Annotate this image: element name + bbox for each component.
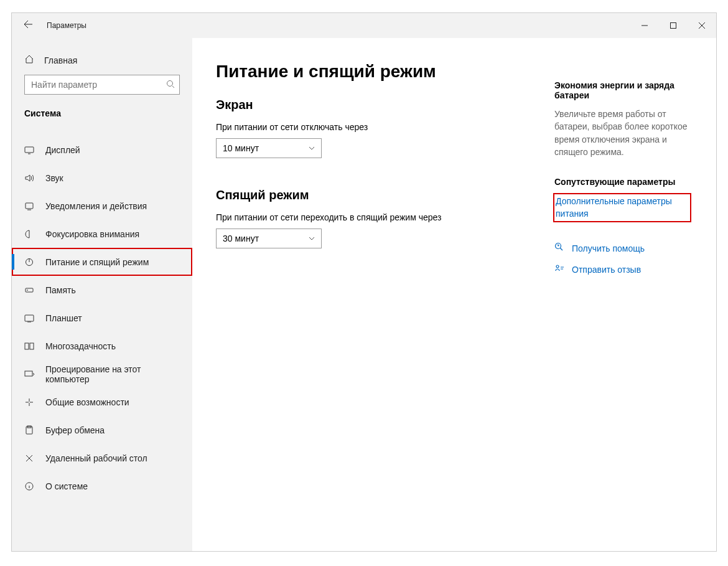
sleep-heading: Спящий режим [216,188,539,202]
svg-point-1 [167,81,173,87]
multitasking-icon [24,341,34,351]
sidebar-item-about[interactable]: О системе [12,472,192,500]
search-icon [166,80,175,91]
sleep-select[interactable]: 30 минут [216,229,322,248]
screen-heading: Экран [216,98,539,112]
energy-heading: Экономия энергии и заряда батареи [554,80,690,100]
window-title: Параметры [47,21,86,30]
minimize-button[interactable] [630,13,659,38]
feedback-icon [554,263,564,276]
sidebar-item-focus[interactable]: Фокусировка внимания [12,220,192,248]
screen-off-value: 10 минут [223,143,259,153]
sidebar-section-title: Система [12,103,192,121]
sidebar-item-display[interactable]: Дисплей [12,136,192,164]
settings-window: Параметры Главная Система [11,12,717,552]
sidebar-item-sound[interactable]: Звук [12,164,192,192]
svg-point-15 [556,265,559,268]
svg-point-6 [27,290,28,290]
sidebar-item-label: Удаленный рабочий стол [45,453,147,463]
titlebar: Параметры [12,13,716,38]
sidebar-item-label: Питание и спящий режим [45,257,149,267]
feedback-link[interactable]: Отправить отзыв [572,264,641,276]
svg-rect-2 [25,147,34,153]
sidebar-item-notifications[interactable]: Уведомления и действия [12,192,192,220]
screen-off-label: При питании от сети отключать через [216,122,539,132]
clipboard-icon [24,425,34,435]
svg-rect-0 [671,23,676,29]
sidebar-item-label: Звук [45,173,63,183]
maximize-button[interactable] [659,13,688,38]
sound-icon [24,173,34,183]
chevron-down-icon [309,145,315,151]
sidebar-item-power[interactable]: Питание и спящий режим [12,248,192,276]
storage-icon [24,285,34,295]
additional-power-link[interactable]: Дополнительные параметры питания [556,196,689,220]
sidebar-item-projecting[interactable]: Проецирование на этот компьютер [12,360,192,388]
sleep-value: 30 минут [223,233,259,243]
sidebar: Главная Система Дисплей Звук [12,38,192,551]
sidebar-item-multitasking[interactable]: Многозадачность [12,332,192,360]
chevron-down-icon [309,235,315,242]
svg-rect-8 [25,343,29,349]
sidebar-item-label: Проецирование на этот компьютер [45,364,180,384]
sidebar-item-label: Планшет [45,313,82,323]
svg-rect-5 [26,288,33,292]
screen-off-select[interactable]: 10 минут [216,138,322,158]
svg-rect-3 [26,203,33,209]
sidebar-item-clipboard[interactable]: Буфер обмена [12,416,192,444]
energy-text: Увеличьте время работы от батареи, выбра… [554,108,690,158]
related-heading: Сопутствующие параметры [554,177,690,187]
sidebar-item-label: Многозадачность [45,341,116,351]
sidebar-item-shared[interactable]: Общие возможности [12,388,192,416]
sidebar-item-label: Уведомления и действия [45,201,147,211]
power-icon [24,257,34,267]
back-icon[interactable] [23,19,33,32]
sidebar-home-label: Главная [44,55,77,65]
tablet-icon [24,313,34,323]
svg-rect-7 [25,315,34,321]
sidebar-item-label: Фокусировка внимания [45,229,139,239]
sidebar-item-label: Память [45,285,76,295]
svg-rect-9 [30,343,34,349]
close-button[interactable] [688,13,716,38]
sidebar-item-label: Дисплей [45,145,80,155]
sidebar-home[interactable]: Главная [12,54,192,66]
home-icon [24,54,34,66]
remote-icon [24,453,34,463]
sidebar-item-tablet[interactable]: Планшет [12,304,192,332]
help-icon [554,242,564,255]
display-icon [24,145,34,155]
sidebar-item-label: Общие возможности [45,397,129,407]
shared-icon [24,397,34,407]
focus-icon [24,229,34,239]
page-title: Питание и спящий режим [216,62,539,82]
get-help-link[interactable]: Получить помощь [572,243,645,255]
search-input[interactable] [24,75,180,95]
sidebar-item-label: О системе [45,481,88,491]
notifications-icon [24,201,34,211]
sleep-label: При питании от сети переходить в спящий … [216,212,539,222]
sidebar-item-label: Буфер обмена [45,425,105,435]
sidebar-item-remote[interactable]: Удаленный рабочий стол [12,444,192,472]
sidebar-item-storage[interactable]: Память [12,276,192,304]
projecting-icon [24,369,34,379]
about-icon [24,481,34,491]
svg-rect-10 [25,371,32,376]
